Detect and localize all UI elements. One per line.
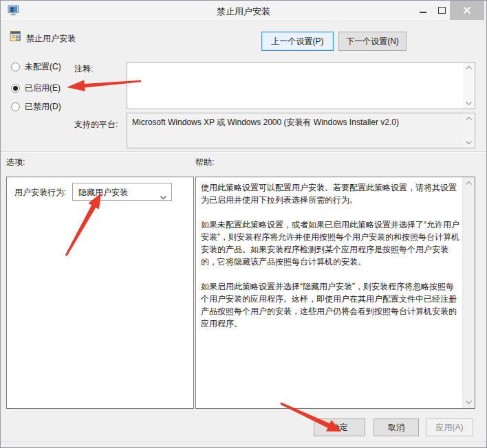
supported-scrollbar[interactable] bbox=[463, 113, 475, 148]
help-paragraph: 使用此策略设置可以配置用户安装。若要配置此策略设置，请将其设置为已启用并使用下拉… bbox=[201, 181, 460, 206]
options-section-label: 选项: bbox=[6, 157, 25, 168]
behavior-label: 用户安装行为: bbox=[14, 187, 66, 199]
supported-on-value: Microsoft Windows XP 或 Windows 2000 (安装有… bbox=[127, 113, 463, 148]
policy-settings-dialog: 禁止用户安装 禁止用户安装 上一个设置(P) 下一个设置(N) 未配置(C) bbox=[0, 0, 487, 448]
chevron-down-icon bbox=[160, 190, 166, 202]
help-panel: 使用此策略设置可以配置用户安装。若要配置此策略设置，请将其设置为已启用并使用下拉… bbox=[195, 177, 475, 409]
minimize-icon bbox=[420, 12, 426, 13]
radio-indicator bbox=[11, 63, 20, 71]
close-icon bbox=[463, 6, 471, 14]
radio-label: 未配置(C) bbox=[25, 61, 61, 73]
window-bottom-frame bbox=[1, 441, 486, 447]
scroll-down-icon[interactable] bbox=[463, 137, 475, 148]
options-panel: 用户安装行为: 隐藏用户安装 bbox=[6, 177, 194, 409]
scroll-down-icon[interactable] bbox=[463, 397, 475, 407]
help-paragraph: 如果启用此策略设置并选择“隐藏用户安装”，则安装程序将忽略按照每个用户安装的应用… bbox=[201, 280, 460, 330]
apply-button-disabled[interactable]: 应用(A) bbox=[426, 418, 473, 436]
help-text: 使用此策略设置可以配置用户安装。若要配置此策略设置，请将其设置为已启用并使用下拉… bbox=[196, 177, 463, 408]
minimize-button[interactable] bbox=[414, 1, 432, 20]
scroll-up-icon[interactable] bbox=[463, 63, 475, 73]
supported-on-box: Microsoft Windows XP 或 Windows 2000 (安装有… bbox=[127, 113, 475, 148]
policy-setting-icon bbox=[10, 30, 21, 45]
help-scrollbar[interactable] bbox=[462, 177, 475, 408]
comment-label: 注释: bbox=[74, 63, 93, 75]
help-paragraph: 如果未配置此策略设置，或者如果已启用此策略设置并选择了“允许用户安装”，则安装程… bbox=[201, 219, 460, 268]
radio-indicator bbox=[11, 102, 20, 111]
radio-enabled[interactable]: 已启用(E) bbox=[11, 83, 61, 93]
radio-indicator-selected bbox=[11, 84, 20, 93]
policy-name: 禁止用户安装 bbox=[26, 33, 76, 45]
screenshot-root: { "window": { "title": "禁止用户安装" }, "head… bbox=[0, 0, 487, 448]
help-section-label: 帮助: bbox=[195, 157, 214, 168]
maximize-button[interactable] bbox=[433, 1, 451, 20]
close-button[interactable] bbox=[450, 1, 484, 20]
comment-textarea[interactable] bbox=[127, 62, 475, 109]
previous-setting-button[interactable]: 上一个设置(P) bbox=[261, 32, 334, 51]
scroll-down-icon[interactable] bbox=[463, 98, 475, 109]
behavior-dropdown[interactable]: 隐藏用户安装 bbox=[72, 183, 172, 201]
comment-value bbox=[127, 63, 463, 109]
maximize-icon bbox=[438, 7, 446, 14]
title-bar: 禁止用户安装 bbox=[1, 1, 486, 21]
radio-disabled[interactable]: 已禁用(D) bbox=[11, 102, 61, 111]
scroll-up-icon[interactable] bbox=[463, 113, 475, 124]
radio-label: 已禁用(D) bbox=[25, 101, 61, 113]
comment-scrollbar[interactable] bbox=[463, 63, 475, 109]
section-divider bbox=[1, 151, 486, 153]
ok-button[interactable]: 确定 bbox=[314, 418, 365, 436]
next-setting-button[interactable]: 下一个设置(N) bbox=[338, 32, 407, 51]
supported-on-label: 支持的平台: bbox=[74, 119, 118, 131]
radio-label: 已启用(E) bbox=[25, 82, 61, 94]
behavior-selected-value: 隐藏用户安装 bbox=[78, 187, 128, 199]
radio-not-configured[interactable]: 未配置(C) bbox=[11, 62, 61, 71]
scroll-up-icon[interactable] bbox=[463, 178, 475, 188]
cancel-button[interactable]: 取消 bbox=[374, 418, 419, 436]
